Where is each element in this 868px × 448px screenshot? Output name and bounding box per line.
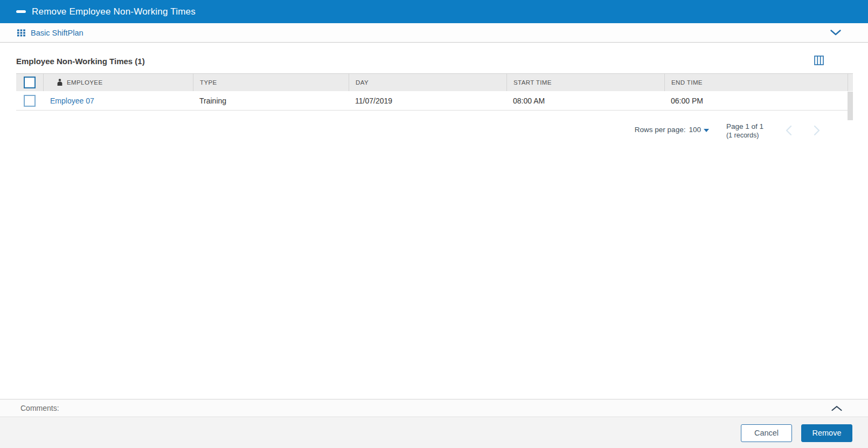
records-count-text: (1 records) (726, 131, 763, 140)
employee-link[interactable]: Employee 07 (50, 97, 94, 105)
section-title: Employee Non-Working Times (1) (16, 57, 145, 66)
columns-icon[interactable] (814, 56, 824, 65)
comments-section-bar[interactable]: Comments: (0, 399, 868, 417)
table-header-row: EMPLOYEE TYPE DAY START TIME END TIME (16, 73, 853, 91)
column-header-day[interactable]: DAY (349, 74, 506, 91)
chevron-up-icon[interactable] (831, 405, 842, 411)
cell-employee: Employee 07 (43, 97, 193, 105)
dialog-title: Remove Employee Non-Working Times (32, 6, 196, 17)
cell-start-time: 08:00 AM (506, 97, 664, 105)
dialog-footer: Cancel Remove (0, 418, 868, 448)
column-label-employee: EMPLOYEE (67, 79, 102, 86)
select-all-cell (16, 74, 43, 91)
page-info: Page 1 of 1 (1 records) (726, 122, 763, 140)
column-header-type[interactable]: TYPE (193, 74, 349, 91)
person-icon (57, 79, 63, 86)
column-label-day: DAY (356, 79, 369, 86)
table-scrollbar[interactable] (848, 92, 853, 120)
column-header-start-time[interactable]: START TIME (506, 74, 664, 91)
row-select-cell (16, 95, 43, 107)
cell-end-time: 06:00 PM (664, 97, 853, 105)
rows-per-page-dropdown[interactable]: Rows per page: 100 (635, 126, 709, 134)
column-label-end-time: END TIME (671, 79, 703, 86)
cell-type: Training (193, 97, 349, 105)
pagination-bar: Rows per page: 100 Page 1 of 1 (1 record… (635, 122, 821, 140)
column-header-end-time[interactable]: END TIME (664, 74, 848, 91)
column-label-start-time: START TIME (513, 79, 552, 86)
shiftplan-label: Basic ShiftPlan (31, 29, 84, 37)
comments-label: Comments: (20, 404, 59, 412)
dialog-title-bar: Remove Employee Non-Working Times (0, 0, 868, 23)
remove-button[interactable]: Remove (801, 424, 852, 442)
header-scrollbar-filler (848, 74, 853, 91)
shiftplan-context-bar[interactable]: Basic ShiftPlan (0, 23, 868, 43)
table-row[interactable]: Employee 07 Training 11/07/2019 08:00 AM… (16, 91, 853, 111)
nonworking-times-table: EMPLOYEE TYPE DAY START TIME END TIME Em… (16, 73, 853, 111)
rows-per-page-value: 100 (689, 126, 701, 134)
minimize-icon[interactable] (16, 10, 26, 13)
row-checkbox[interactable] (24, 95, 36, 107)
caret-down-icon (704, 129, 709, 132)
select-all-checkbox[interactable] (24, 77, 36, 88)
shiftplan-grid-icon (17, 29, 26, 37)
chevron-right-icon[interactable] (814, 125, 821, 136)
column-header-employee[interactable]: EMPLOYEE (43, 74, 193, 91)
cell-day: 11/07/2019 (349, 97, 506, 105)
page-number-text: Page 1 of 1 (726, 122, 763, 131)
cancel-button[interactable]: Cancel (741, 424, 792, 442)
chevron-left-icon[interactable] (785, 125, 792, 136)
chevron-down-icon[interactable] (830, 30, 841, 36)
rows-per-page-label: Rows per page: (635, 126, 686, 134)
column-label-type: TYPE (200, 79, 217, 86)
